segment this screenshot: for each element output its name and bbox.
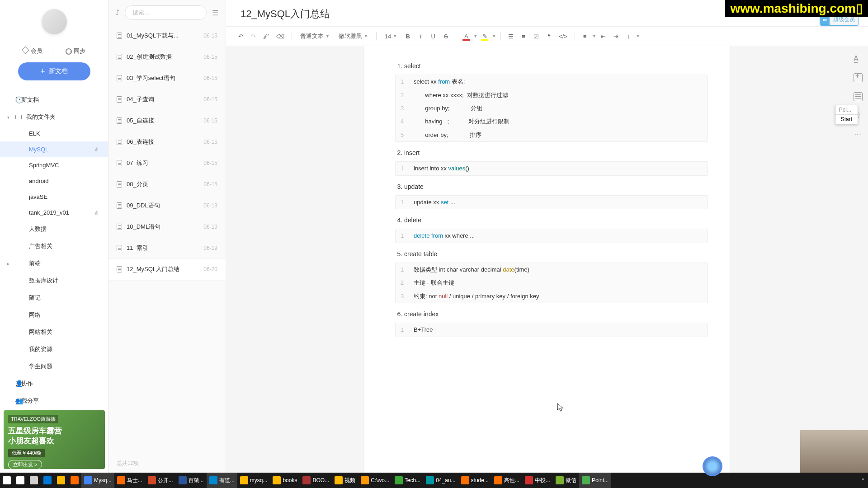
paper[interactable]: select1select xx from 表名;2 where xx xxxx…	[364, 46, 730, 473]
taskbar-item[interactable]: 百猿...	[176, 473, 207, 488]
number-list-button[interactable]: ≡	[518, 31, 529, 42]
underline-button[interactable]: U	[428, 31, 439, 42]
format-paint-button[interactable]: 🖊	[260, 31, 272, 42]
taskbar-item[interactable]	[14, 473, 27, 488]
doc-body[interactable]: select1select xx from 表名;2 where xx xxxx…	[226, 46, 868, 473]
taskbar-item[interactable]	[41, 473, 54, 488]
add-icon[interactable]	[854, 73, 863, 82]
taskbar-item[interactable]: 04_au...	[423, 473, 458, 488]
file-item[interactable]: 09_DDL语句06-19	[108, 195, 226, 216]
taskbar-item[interactable]: 微信	[553, 473, 579, 488]
promo-banner[interactable]: TRAVELZOO旅游族 五星级房车露营 小朋友超喜欢 低至￥440/晚 立即出…	[4, 410, 105, 469]
code-block[interactable]: 1数据类型 int char varchar decimal date(time…	[395, 263, 708, 303]
taskbar-item[interactable]	[68, 473, 81, 488]
code-block[interactable]: 1B+Tree	[395, 323, 708, 337]
file-item[interactable]: 02_创建测试数据06-15	[108, 47, 226, 68]
taskbar-item[interactable]: Point...	[579, 473, 611, 488]
taskbar-item[interactable]: 中投...	[522, 473, 553, 488]
taskbar-item[interactable]	[0, 473, 14, 488]
taskbar-item[interactable]: stude...	[458, 473, 491, 488]
clear-format-button[interactable]: ⌫	[274, 31, 287, 42]
text-color-button[interactable]: A	[461, 31, 472, 42]
content-item[interactable]: update	[404, 181, 708, 192]
checkbox-button[interactable]: ☑	[531, 31, 542, 42]
code-button[interactable]: </>	[556, 31, 570, 42]
highlight-button[interactable]: ✎	[479, 31, 490, 42]
file-item[interactable]: 12_MySQL入门总结06-20	[108, 259, 226, 280]
sidebar-item[interactable]: 广告相关	[0, 238, 108, 255]
taskbar-item[interactable]: Tech...	[392, 473, 423, 488]
code-block[interactable]: 1delete from xx where ...	[395, 229, 708, 243]
content-item[interactable]: insert	[404, 147, 708, 159]
sidebar-item[interactable]: 网络	[0, 306, 108, 324]
line-height-button[interactable]: ↕	[623, 31, 634, 42]
sidebar-item[interactable]: tank_2019_v01⋔	[0, 205, 108, 221]
bullet-list-button[interactable]: ☰	[505, 31, 516, 42]
file-item[interactable]: 04_子查询06-15	[108, 89, 226, 110]
code-block[interactable]: 1select xx from 表名;2 where xx xxxx; 对数据进…	[395, 75, 708, 142]
sidebar-item[interactable]: MySQL⋔	[0, 141, 108, 157]
content-list[interactable]: select1select xx from 表名;2 where xx xxxx…	[386, 61, 708, 337]
chevron-down-icon[interactable]: ▼	[636, 34, 640, 38]
menu-icon[interactable]: ☰	[212, 9, 218, 17]
promo-go[interactable]: 立即出发 >	[8, 460, 42, 469]
bold-button[interactable]: B	[402, 31, 413, 42]
indent-right-button[interactable]: ⇥	[611, 31, 622, 42]
pointfix-float[interactable]: Poi... Start	[835, 105, 858, 124]
file-item[interactable]: 10_DML语句06-19	[108, 216, 226, 238]
font-select[interactable]: 微软雅黑▼	[335, 30, 372, 42]
quote-button[interactable]: ❝	[543, 31, 554, 42]
code-block[interactable]: 1insert into xx values()	[395, 161, 708, 175]
sidebar-item[interactable]: SpringMVC	[0, 157, 108, 173]
taskbar-item[interactable]: BOO...	[300, 473, 332, 488]
file-item[interactable]: 01_MySQL下载与...06-15	[108, 25, 226, 47]
taskbar-item[interactable]: Mysq...	[81, 473, 114, 488]
sync-link[interactable]: 同步	[66, 47, 85, 55]
taskbar-item[interactable]: 高性...	[491, 473, 522, 488]
sidebar-item[interactable]: javaSE	[0, 189, 108, 205]
file-item[interactable]: 08_分页06-15	[108, 174, 226, 195]
floating-avatar[interactable]	[703, 456, 722, 476]
search-input[interactable]: 搜索...	[125, 5, 207, 20]
taskbar-item[interactable]: books	[270, 473, 300, 488]
taskbar-item[interactable]: mysq...	[237, 473, 270, 488]
sidebar-item[interactable]: 👥与我分享	[0, 392, 108, 407]
code-block[interactable]: 1update xx set ...	[395, 195, 708, 209]
content-item[interactable]: create index	[404, 309, 708, 320]
sidebar-item[interactable]: 学生问题	[0, 358, 108, 375]
file-item[interactable]: 11_索引06-19	[108, 238, 226, 259]
sidebar-item[interactable]: 我的资源	[0, 341, 108, 358]
font-size-select[interactable]: 14▼	[381, 31, 401, 42]
chevron-down-icon[interactable]: ▼	[473, 34, 477, 38]
taskbar-item[interactable]: 公开...	[145, 473, 176, 488]
content-item[interactable]: create table	[404, 249, 708, 260]
start-button[interactable]: Start	[835, 115, 858, 124]
chevron-down-icon[interactable]: ▼	[492, 34, 496, 38]
sidebar-item[interactable]: ▾我的文件夹	[0, 108, 108, 126]
text-mode-icon[interactable]: A̲	[854, 54, 863, 63]
folder-up-icon[interactable]: ⤴	[116, 9, 119, 17]
outline-icon[interactable]	[854, 92, 863, 101]
sidebar-item[interactable]: ELK	[0, 126, 108, 141]
chevron-down-icon[interactable]: ▼	[592, 34, 596, 38]
sidebar-item[interactable]: 👤云协作	[0, 375, 108, 392]
user-avatar[interactable]	[42, 9, 67, 34]
taskbar-item[interactable]: C:\wo...	[358, 473, 392, 488]
taskbar-item[interactable]: 视频	[332, 473, 358, 488]
sidebar-item[interactable]: 随记	[0, 289, 108, 306]
sidebar-item[interactable]: 🕐最新文档	[0, 91, 108, 108]
align-button[interactable]: ≡	[580, 31, 590, 42]
file-item[interactable]: 05_自连接06-15	[108, 110, 226, 131]
redo-button[interactable]: ↷	[248, 31, 259, 42]
taskbar-item[interactable]	[27, 473, 41, 488]
undo-button[interactable]: ↶	[235, 31, 246, 42]
file-item[interactable]: 07_练习06-15	[108, 153, 226, 174]
strike-button[interactable]: S	[440, 31, 451, 42]
file-item[interactable]: 06_表连接06-15	[108, 131, 226, 153]
sidebar-item[interactable]: 网站相关	[0, 324, 108, 341]
italic-button[interactable]: I	[415, 31, 426, 42]
sidebar-item[interactable]: 数据库设计	[0, 272, 108, 289]
content-item[interactable]: select	[404, 61, 708, 72]
text-style-select[interactable]: 普通文本▼	[297, 30, 333, 42]
sidebar-item[interactable]: 大数据	[0, 221, 108, 238]
